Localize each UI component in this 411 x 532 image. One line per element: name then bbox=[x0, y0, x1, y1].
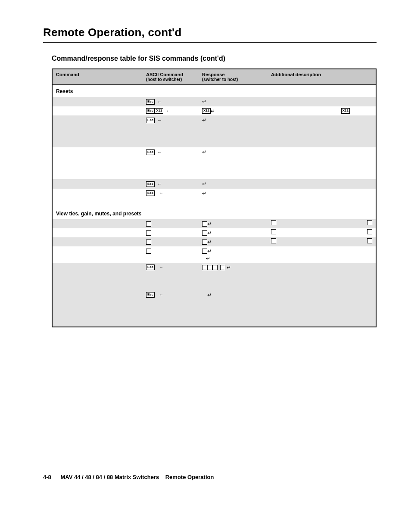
enter-icon: ↵ bbox=[202, 99, 206, 104]
header-response: Response (switcher to host) bbox=[199, 69, 268, 85]
placeholder-box-icon bbox=[271, 229, 276, 234]
table-row: Esc ← ↵ bbox=[52, 147, 376, 179]
left-arrow-icon: ← bbox=[157, 117, 162, 124]
x11-key-icon: X11 bbox=[202, 108, 211, 114]
table-row: Esc ← ↵ bbox=[52, 179, 376, 189]
enter-icon: ↵ bbox=[207, 249, 212, 254]
placeholder-box-icon bbox=[220, 265, 225, 270]
table-row: Esc ← ↵ bbox=[52, 290, 376, 327]
placeholder-box-icon bbox=[207, 265, 212, 270]
document-page: Remote Operation, cont'd Command/respons… bbox=[0, 0, 411, 498]
header-desc: Additional description bbox=[268, 69, 376, 85]
table-row: Esc ← ↵ bbox=[52, 263, 376, 290]
table-row: ↵ ↵ bbox=[52, 246, 376, 263]
placeholder-box-icon bbox=[146, 230, 151, 236]
section-header: View ties, gain, mutes, and presets bbox=[52, 208, 376, 219]
footer-product: MAV 44 / 48 / 84 / 88 Matrix Switchers bbox=[60, 474, 159, 480]
esc-key-icon: Esc bbox=[146, 190, 155, 196]
placeholder-box-icon bbox=[367, 229, 372, 234]
page-footer: 4-8 MAV 44 / 48 / 84 / 88 Matrix Switche… bbox=[43, 474, 377, 480]
enter-icon: ↵ bbox=[227, 265, 231, 270]
enter-icon: ↵ bbox=[211, 109, 215, 114]
x11-key-icon: X11 bbox=[341, 108, 350, 114]
page-number: 4-8 bbox=[43, 474, 51, 480]
enter-icon: ↵ bbox=[207, 230, 212, 236]
table-row: ↵ bbox=[52, 228, 376, 237]
placeholder-box-icon bbox=[202, 221, 207, 227]
placeholder-box-icon bbox=[212, 265, 218, 270]
placeholder-box-icon bbox=[202, 240, 207, 245]
enter-icon: ↵ bbox=[202, 181, 206, 187]
table-row: ↵ bbox=[52, 219, 376, 228]
esc-key-icon: Esc bbox=[146, 149, 155, 155]
table-caption: Command/response table for SIS commands … bbox=[52, 55, 377, 62]
x11-key-icon: X11 bbox=[155, 108, 163, 114]
enter-icon: ↵ bbox=[207, 292, 212, 298]
enter-icon: ↵ bbox=[207, 221, 212, 227]
placeholder-box-icon bbox=[202, 249, 207, 254]
title-rule bbox=[43, 42, 377, 43]
command-table: Command ASCII Command (host to switcher)… bbox=[52, 68, 377, 327]
header-ascii: ASCII Command (host to switcher) bbox=[143, 69, 199, 85]
footer-section: Remote Operation bbox=[165, 474, 214, 480]
command-table-container: Command ASCII Command (host to switcher)… bbox=[52, 68, 377, 327]
placeholder-box-icon bbox=[202, 265, 207, 270]
table-header-row: Command ASCII Command (host to switcher)… bbox=[52, 69, 376, 85]
table-row: Esc ← ↵ bbox=[52, 189, 376, 208]
placeholder-box-icon bbox=[146, 221, 151, 227]
left-arrow-icon: ← bbox=[166, 107, 171, 115]
table-row: ↵ bbox=[52, 237, 376, 246]
placeholder-box-icon bbox=[271, 220, 276, 225]
left-arrow-icon: ← bbox=[157, 98, 162, 106]
left-arrow-icon: ← bbox=[159, 291, 163, 299]
esc-key-icon: Esc bbox=[146, 118, 155, 123]
placeholder-box-icon bbox=[202, 230, 207, 236]
placeholder-box-icon bbox=[146, 240, 151, 245]
esc-key-icon: Esc bbox=[146, 292, 155, 298]
esc-key-icon: Esc bbox=[146, 108, 155, 114]
left-arrow-icon: ← bbox=[159, 264, 163, 271]
table-row: Esc ← ↵ bbox=[52, 115, 376, 147]
table-row: Esc ← ↵ bbox=[52, 97, 376, 106]
left-arrow-icon: ← bbox=[157, 180, 162, 188]
header-command: Command bbox=[52, 69, 143, 85]
enter-icon: ↵ bbox=[202, 118, 206, 123]
esc-key-icon: Esc bbox=[146, 264, 155, 270]
placeholder-box-icon bbox=[271, 238, 276, 243]
placeholder-box-icon bbox=[367, 220, 372, 225]
section-header: Resets bbox=[52, 85, 376, 97]
enter-icon: ↵ bbox=[206, 256, 210, 261]
enter-icon: ↵ bbox=[202, 191, 206, 196]
left-arrow-icon: ← bbox=[157, 149, 162, 156]
esc-key-icon: Esc bbox=[146, 99, 155, 105]
placeholder-box-icon bbox=[146, 249, 151, 254]
esc-key-icon: Esc bbox=[146, 181, 155, 187]
table-row: EscX11 ← X11↵ X11 bbox=[52, 106, 376, 116]
left-arrow-icon: ← bbox=[159, 190, 163, 197]
enter-icon: ↵ bbox=[202, 149, 206, 155]
enter-icon: ↵ bbox=[207, 240, 212, 245]
page-title: Remote Operation, cont'd bbox=[43, 26, 377, 39]
placeholder-box-icon bbox=[367, 238, 372, 243]
